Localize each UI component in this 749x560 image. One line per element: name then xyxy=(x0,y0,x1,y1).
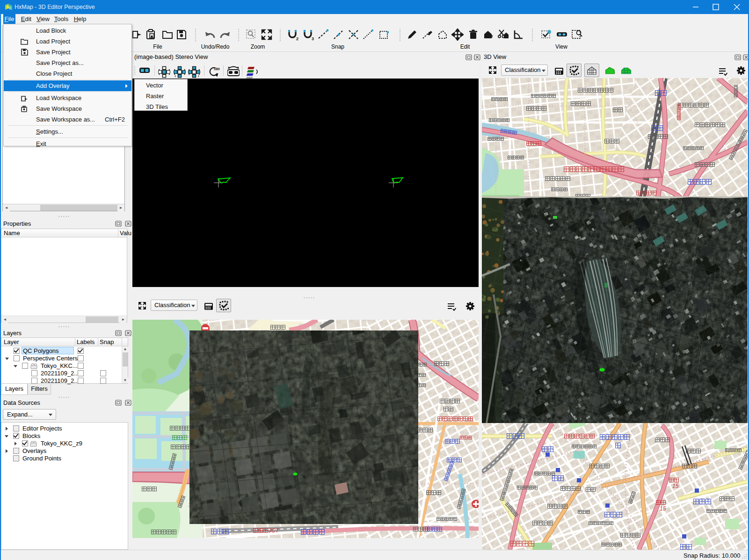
svg-text:3: 3 xyxy=(312,36,314,41)
svg-text:180: 180 xyxy=(214,67,220,71)
svg-text:2: 2 xyxy=(296,36,298,41)
